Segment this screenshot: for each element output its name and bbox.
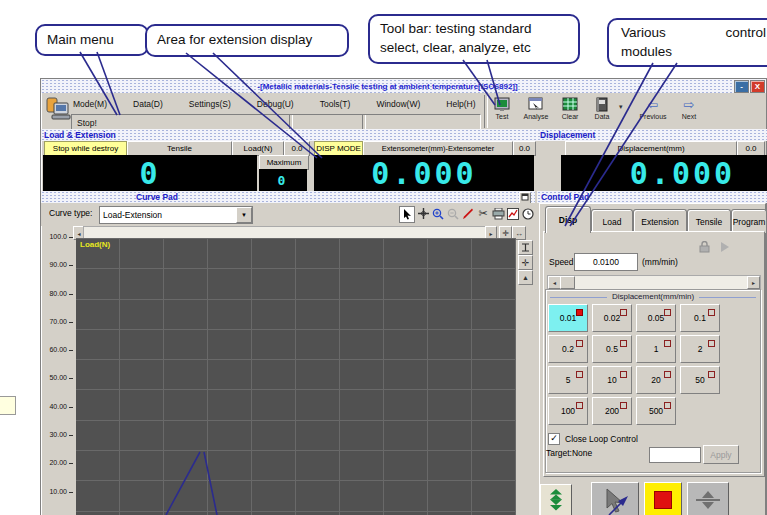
load-channel-label[interactable]: Load(N) (232, 141, 284, 156)
chart-plot-area[interactable]: Load(N) (76, 238, 516, 515)
speed-preset-button[interactable]: 0.01 (548, 304, 588, 332)
apply-button[interactable]: Apply (703, 445, 739, 464)
speed-preset-button[interactable]: 0.05 (636, 304, 676, 332)
mode-tensile-label[interactable]: Tensile (127, 141, 232, 156)
speed-scroll-right-icon[interactable]: ▸ (747, 276, 760, 289)
tab-tensile[interactable]: Tensile (687, 209, 731, 233)
displacement-channel-label[interactable]: Displacement(mm) (565, 141, 737, 156)
analyse-button[interactable]: Analyse (520, 96, 552, 128)
flag-icon (664, 340, 671, 347)
menu-item-help[interactable]: Help(H) (446, 99, 475, 109)
y-tick-label: 50.00 (41, 374, 73, 402)
pan-vertical-icon[interactable]: ✛ (518, 255, 533, 270)
flag-icon (664, 402, 671, 409)
load-channel-value: 0.0 (284, 141, 310, 156)
speed-preset-button[interactable]: 5 (548, 366, 588, 394)
target-input[interactable] (649, 447, 701, 463)
app-window: -[Metallic materials-Tensile testing at … (40, 78, 767, 515)
clear-button[interactable]: Clear (556, 96, 584, 128)
zoom-out-icon[interactable] (446, 206, 460, 221)
play-icon[interactable] (720, 241, 730, 253)
y-tick-label: 60.00 (41, 346, 73, 374)
tab-disp[interactable]: Disp (545, 206, 591, 233)
speed-preset-button[interactable]: 500 (636, 397, 676, 425)
callout-main-menu-text: Main menu (47, 31, 114, 50)
series-label: Load(N) (80, 240, 110, 249)
displacement-channel-value: 0.0 (737, 141, 765, 156)
jog-updown-icon (548, 488, 564, 514)
cursor-icon[interactable] (399, 206, 415, 223)
menu-item-settings[interactable]: Settings(S) (189, 99, 231, 109)
y-tick-label: 70.00 (41, 318, 73, 346)
flag-icon (664, 309, 671, 316)
zoom-in-icon[interactable] (431, 206, 445, 221)
next-icon: ⇨ (684, 96, 695, 113)
speed-preset-button[interactable]: 100 (548, 397, 588, 425)
menu-item-data[interactable]: Data(D) (133, 99, 163, 109)
limit-button[interactable] (687, 482, 729, 515)
tab-load[interactable]: Load (591, 209, 633, 233)
speed-preset-button[interactable]: 0.5 (592, 335, 632, 363)
speed-preset-button[interactable]: 1 (636, 335, 676, 363)
speed-scrollbar[interactable]: ◂ ▸ (547, 275, 761, 290)
flag-icon (620, 309, 627, 316)
speed-preset-button[interactable]: 50 (680, 366, 720, 394)
test-button[interactable]: Test (488, 96, 516, 128)
speed-input[interactable]: 0.0100 (574, 253, 638, 271)
next-button[interactable]: ⇨ Next (675, 96, 703, 128)
speed-button-grid: 0.01 0.02 0.05 0.1 0.2 0.5 1 2 (548, 304, 760, 425)
stop-while-destroy-label: Stop while destroy (44, 141, 127, 156)
pointer-icon (603, 487, 627, 513)
close-icon[interactable]: X (750, 80, 765, 93)
jog-updown-button[interactable] (540, 484, 572, 515)
extensometer-display: 0.000 (314, 155, 534, 191)
pointer-mode-button[interactable] (591, 482, 639, 515)
scroll-up-icon[interactable]: ▲ (518, 270, 533, 285)
status-text: Stop! (77, 118, 97, 128)
tab-program[interactable]: Program (731, 209, 767, 233)
test-icon (494, 96, 510, 113)
scissors-icon[interactable]: ✂ (476, 206, 490, 221)
y-tick-label: 10.00 (41, 488, 73, 515)
minimize-icon[interactable]: - (734, 80, 749, 93)
speed-preset-button[interactable]: 0.02 (592, 304, 632, 332)
previous-button[interactable]: ⇦ Previous (635, 96, 671, 128)
clock-icon[interactable] (521, 206, 535, 221)
speed-preset-button[interactable]: 200 (592, 397, 632, 425)
speed-preset-button[interactable]: 2 (680, 335, 720, 363)
fit-vertical-icon[interactable] (518, 240, 533, 255)
speed-preset-button[interactable]: 0.2 (548, 335, 588, 363)
flag-icon (620, 371, 627, 378)
menu-item-mode[interactable]: Mode(M) (73, 99, 107, 109)
crosshair-icon[interactable] (416, 206, 430, 221)
chevron-down-icon[interactable]: ▼ (236, 207, 252, 223)
menu-item-debug[interactable]: Debug(U) (257, 99, 294, 109)
close-loop-label: Close Loop Control (565, 434, 638, 444)
load-extension-header: Load & Extension (41, 129, 538, 141)
speed-label: Speed (549, 257, 574, 267)
flag-icon (620, 340, 627, 347)
target-label: Target:None (546, 448, 592, 458)
displacement-group: Displacement(mm/min) 0.01 0.02 0.05 0.1 … (545, 289, 761, 473)
speed-scroll-thumb[interactable] (560, 276, 575, 289)
control-pad-header: Control Pad (537, 191, 767, 203)
printer-icon[interactable] (491, 206, 505, 221)
close-loop-checkbox[interactable]: ✓ (548, 433, 560, 445)
data-button[interactable]: Data (588, 96, 616, 128)
speed-preset-button[interactable]: 10 (592, 366, 632, 394)
data-dropdown-caret-icon[interactable]: ▾ (619, 103, 623, 111)
tab-extension[interactable]: Extension (633, 209, 687, 233)
pen-icon[interactable] (461, 206, 475, 221)
chart-icon[interactable] (506, 206, 520, 221)
curve-type-select[interactable]: Load-Extension ▼ (99, 206, 253, 224)
extensometer-channel-label[interactable]: Extensometer(mm)-Extensometer (363, 141, 513, 156)
speed-preset-button[interactable]: 0.1 (680, 304, 720, 332)
title-bar[interactable]: -[Metallic materials-Tensile testing at … (41, 79, 766, 93)
y-tick-label: 90.00 (41, 261, 73, 289)
menu-item-window[interactable]: Window(W) (376, 99, 420, 109)
flag-icon (708, 371, 715, 378)
lock-icon[interactable] (698, 241, 711, 253)
stop-button[interactable] (644, 482, 682, 515)
speed-preset-button[interactable]: 20 (636, 366, 676, 394)
menu-item-tools[interactable]: Tools(T) (320, 99, 351, 109)
